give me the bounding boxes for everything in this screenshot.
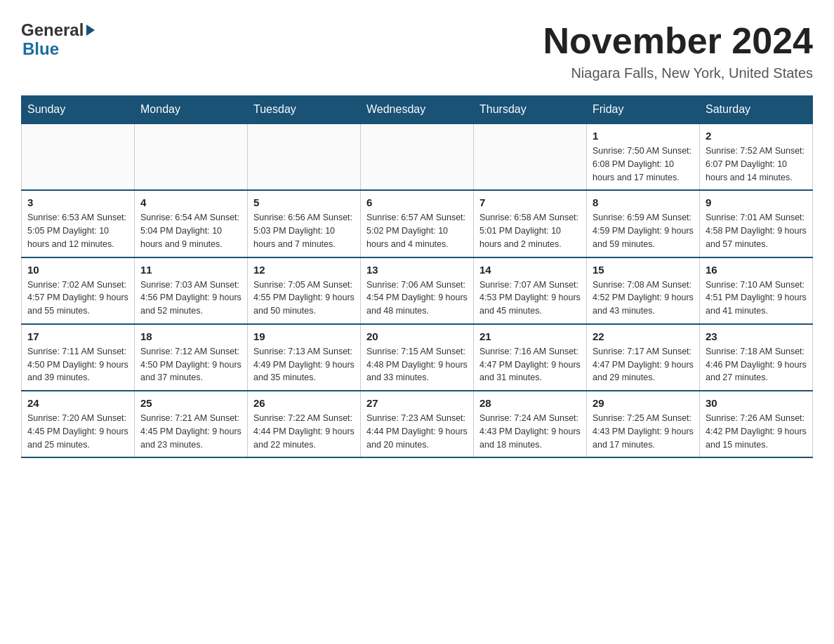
- day-number: 18: [140, 330, 241, 342]
- calendar-cell: [248, 123, 361, 190]
- logo: General Blue: [21, 21, 95, 59]
- day-number: 13: [366, 264, 468, 276]
- calendar-cell: 30Sunrise: 7:26 AM Sunset: 4:42 PM Dayli…: [700, 391, 813, 457]
- calendar-table: SundayMondayTuesdayWednesdayThursdayFrid…: [21, 95, 813, 458]
- calendar-cell: 1Sunrise: 7:50 AM Sunset: 6:08 PM Daylig…: [587, 123, 700, 190]
- calendar-cell: 21Sunrise: 7:16 AM Sunset: 4:47 PM Dayli…: [474, 324, 587, 391]
- day-number: 17: [27, 330, 128, 342]
- calendar-week-row: 17Sunrise: 7:11 AM Sunset: 4:50 PM Dayli…: [22, 324, 813, 391]
- month-title: November 2024: [543, 21, 813, 61]
- calendar-cell: 3Sunrise: 6:53 AM Sunset: 5:05 PM Daylig…: [22, 190, 135, 257]
- day-info: Sunrise: 7:02 AM Sunset: 4:57 PM Dayligh…: [27, 279, 128, 318]
- day-info: Sunrise: 7:50 AM Sunset: 6:08 PM Dayligh…: [593, 145, 694, 184]
- day-info: Sunrise: 6:56 AM Sunset: 5:03 PM Dayligh…: [253, 211, 355, 250]
- calendar-cell: 27Sunrise: 7:23 AM Sunset: 4:44 PM Dayli…: [361, 391, 474, 457]
- day-number: 16: [706, 264, 807, 276]
- day-number: 9: [706, 196, 807, 208]
- day-number: 6: [366, 196, 468, 208]
- day-number: 20: [366, 330, 468, 342]
- calendar-cell: 10Sunrise: 7:02 AM Sunset: 4:57 PM Dayli…: [22, 257, 135, 324]
- day-number: 4: [140, 196, 241, 208]
- day-number: 25: [140, 397, 241, 409]
- day-number: 8: [593, 196, 694, 208]
- calendar-cell: 16Sunrise: 7:10 AM Sunset: 4:51 PM Dayli…: [700, 257, 813, 324]
- calendar-cell: 2Sunrise: 7:52 AM Sunset: 6:07 PM Daylig…: [700, 123, 813, 190]
- calendar-cell: [474, 123, 587, 190]
- weekday-header-sunday: Sunday: [22, 96, 135, 124]
- day-info: Sunrise: 7:17 AM Sunset: 4:47 PM Dayligh…: [593, 345, 694, 384]
- calendar-cell: 14Sunrise: 7:07 AM Sunset: 4:53 PM Dayli…: [474, 257, 587, 324]
- day-number: 19: [253, 330, 355, 342]
- calendar-cell: 4Sunrise: 6:54 AM Sunset: 5:04 PM Daylig…: [135, 190, 248, 257]
- calendar-cell: 26Sunrise: 7:22 AM Sunset: 4:44 PM Dayli…: [248, 391, 361, 457]
- calendar-week-row: 1Sunrise: 7:50 AM Sunset: 6:08 PM Daylig…: [22, 123, 813, 190]
- calendar-cell: 22Sunrise: 7:17 AM Sunset: 4:47 PM Dayli…: [587, 324, 700, 391]
- calendar-cell: 7Sunrise: 6:58 AM Sunset: 5:01 PM Daylig…: [474, 190, 587, 257]
- logo-triangle-icon: [86, 25, 95, 36]
- day-info: Sunrise: 6:59 AM Sunset: 4:59 PM Dayligh…: [593, 211, 694, 250]
- calendar-week-row: 24Sunrise: 7:20 AM Sunset: 4:45 PM Dayli…: [22, 391, 813, 457]
- day-number: 30: [706, 397, 807, 409]
- calendar-cell: 20Sunrise: 7:15 AM Sunset: 4:48 PM Dayli…: [361, 324, 474, 391]
- day-info: Sunrise: 6:57 AM Sunset: 5:02 PM Dayligh…: [366, 211, 468, 250]
- day-info: Sunrise: 7:22 AM Sunset: 4:44 PM Dayligh…: [253, 412, 355, 451]
- location-text: Niagara Falls, New York, United States: [543, 65, 813, 81]
- day-info: Sunrise: 7:05 AM Sunset: 4:55 PM Dayligh…: [253, 279, 355, 318]
- weekday-header-wednesday: Wednesday: [361, 96, 474, 124]
- title-section: November 2024 Niagara Falls, New York, U…: [543, 21, 813, 81]
- calendar-cell: 9Sunrise: 7:01 AM Sunset: 4:58 PM Daylig…: [700, 190, 813, 257]
- day-number: 10: [27, 264, 128, 276]
- day-info: Sunrise: 7:18 AM Sunset: 4:46 PM Dayligh…: [706, 345, 807, 384]
- day-info: Sunrise: 6:53 AM Sunset: 5:05 PM Dayligh…: [27, 211, 128, 250]
- calendar-cell: 29Sunrise: 7:25 AM Sunset: 4:43 PM Dayli…: [587, 391, 700, 457]
- calendar-cell: 13Sunrise: 7:06 AM Sunset: 4:54 PM Dayli…: [361, 257, 474, 324]
- day-number: 14: [479, 264, 581, 276]
- day-number: 5: [253, 196, 355, 208]
- day-info: Sunrise: 6:58 AM Sunset: 5:01 PM Dayligh…: [479, 211, 581, 250]
- logo-general-text: General: [21, 21, 84, 39]
- day-number: 26: [253, 397, 355, 409]
- calendar-cell: 5Sunrise: 6:56 AM Sunset: 5:03 PM Daylig…: [248, 190, 361, 257]
- day-info: Sunrise: 7:26 AM Sunset: 4:42 PM Dayligh…: [706, 412, 807, 451]
- calendar-cell: 17Sunrise: 7:11 AM Sunset: 4:50 PM Dayli…: [22, 324, 135, 391]
- day-number: 12: [253, 264, 355, 276]
- calendar-cell: 18Sunrise: 7:12 AM Sunset: 4:50 PM Dayli…: [135, 324, 248, 391]
- calendar-cell: [22, 123, 135, 190]
- day-info: Sunrise: 7:21 AM Sunset: 4:45 PM Dayligh…: [140, 412, 241, 451]
- day-number: 21: [479, 330, 581, 342]
- day-number: 11: [140, 264, 241, 276]
- day-info: Sunrise: 7:16 AM Sunset: 4:47 PM Dayligh…: [479, 345, 581, 384]
- calendar-cell: 6Sunrise: 6:57 AM Sunset: 5:02 PM Daylig…: [361, 190, 474, 257]
- calendar-header-row: SundayMondayTuesdayWednesdayThursdayFrid…: [22, 96, 813, 124]
- day-info: Sunrise: 7:01 AM Sunset: 4:58 PM Dayligh…: [706, 211, 807, 250]
- day-number: 1: [593, 130, 694, 142]
- page-header: General Blue November 2024 Niagara Falls…: [21, 21, 813, 81]
- day-info: Sunrise: 7:24 AM Sunset: 4:43 PM Dayligh…: [479, 412, 581, 451]
- day-number: 24: [27, 397, 128, 409]
- calendar-cell: 15Sunrise: 7:08 AM Sunset: 4:52 PM Dayli…: [587, 257, 700, 324]
- weekday-header-friday: Friday: [587, 96, 700, 124]
- weekday-header-thursday: Thursday: [474, 96, 587, 124]
- calendar-week-row: 3Sunrise: 6:53 AM Sunset: 5:05 PM Daylig…: [22, 190, 813, 257]
- calendar-cell: [135, 123, 248, 190]
- day-number: 15: [593, 264, 694, 276]
- weekday-header-tuesday: Tuesday: [248, 96, 361, 124]
- calendar-cell: 28Sunrise: 7:24 AM Sunset: 4:43 PM Dayli…: [474, 391, 587, 457]
- day-number: 29: [593, 397, 694, 409]
- calendar-cell: 25Sunrise: 7:21 AM Sunset: 4:45 PM Dayli…: [135, 391, 248, 457]
- day-info: Sunrise: 7:25 AM Sunset: 4:43 PM Dayligh…: [593, 412, 694, 451]
- day-info: Sunrise: 7:20 AM Sunset: 4:45 PM Dayligh…: [27, 412, 128, 451]
- weekday-header-saturday: Saturday: [700, 96, 813, 124]
- day-number: 2: [706, 130, 807, 142]
- calendar-cell: 24Sunrise: 7:20 AM Sunset: 4:45 PM Dayli…: [22, 391, 135, 457]
- day-info: Sunrise: 7:03 AM Sunset: 4:56 PM Dayligh…: [140, 279, 241, 318]
- calendar-week-row: 10Sunrise: 7:02 AM Sunset: 4:57 PM Dayli…: [22, 257, 813, 324]
- calendar-cell: 12Sunrise: 7:05 AM Sunset: 4:55 PM Dayli…: [248, 257, 361, 324]
- day-number: 22: [593, 330, 694, 342]
- day-number: 7: [479, 196, 581, 208]
- day-info: Sunrise: 7:15 AM Sunset: 4:48 PM Dayligh…: [366, 345, 468, 384]
- day-info: Sunrise: 7:08 AM Sunset: 4:52 PM Dayligh…: [593, 279, 694, 318]
- day-info: Sunrise: 7:12 AM Sunset: 4:50 PM Dayligh…: [140, 345, 241, 384]
- day-info: Sunrise: 7:13 AM Sunset: 4:49 PM Dayligh…: [253, 345, 355, 384]
- day-info: Sunrise: 6:54 AM Sunset: 5:04 PM Dayligh…: [140, 211, 241, 250]
